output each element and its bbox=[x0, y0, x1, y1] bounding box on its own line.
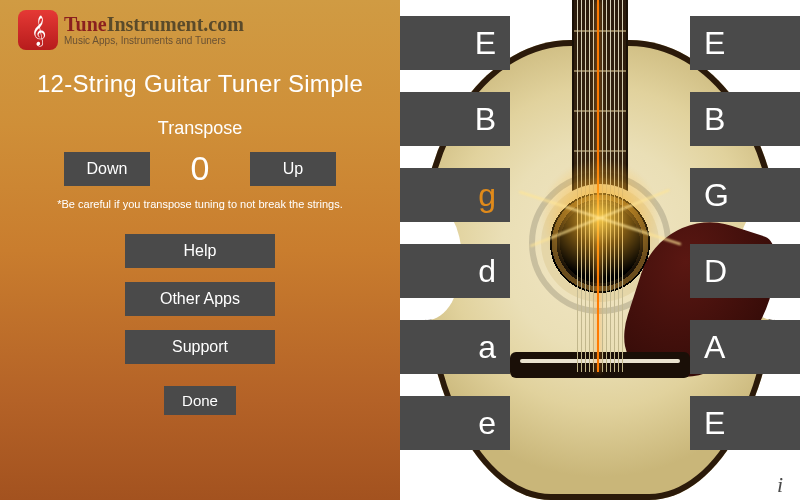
help-button[interactable]: Help bbox=[125, 234, 275, 268]
string-right-0[interactable]: E bbox=[690, 16, 800, 70]
transpose-label: Transpose bbox=[18, 118, 382, 139]
brand-name: TuneInstrument.com bbox=[64, 14, 244, 34]
done-row: Done bbox=[18, 386, 382, 415]
string-left-5[interactable]: e bbox=[400, 396, 510, 450]
string-right-1[interactable]: B bbox=[690, 92, 800, 146]
string-left-3[interactable]: d bbox=[400, 244, 510, 298]
string-right-5[interactable]: E bbox=[690, 396, 800, 450]
string bbox=[622, 0, 623, 372]
brand-tagline: Music Apps, Instruments and Tuners bbox=[64, 36, 244, 46]
app-root: 𝄞 TuneInstrument.com Music Apps, Instrum… bbox=[0, 0, 800, 500]
transpose-up-button[interactable]: Up bbox=[250, 152, 336, 186]
brand-name-tune: Tune bbox=[64, 13, 107, 35]
other-apps-button[interactable]: Other Apps bbox=[125, 282, 275, 316]
string bbox=[577, 0, 578, 372]
string bbox=[581, 0, 582, 372]
strings-group bbox=[577, 0, 623, 372]
string-right-2[interactable]: G bbox=[690, 168, 800, 222]
brand-block: 𝄞 TuneInstrument.com Music Apps, Instrum… bbox=[18, 8, 382, 58]
string bbox=[585, 0, 586, 372]
string-left-0[interactable]: E bbox=[400, 16, 510, 70]
transpose-down-button[interactable]: Down bbox=[64, 152, 150, 186]
string-right-3[interactable]: D bbox=[690, 244, 800, 298]
brand-text: TuneInstrument.com Music Apps, Instrumen… bbox=[64, 14, 244, 46]
brand-icon: 𝄞 bbox=[18, 10, 58, 50]
string-right-4[interactable]: A bbox=[690, 320, 800, 374]
brand-name-rest: Instrument.com bbox=[107, 13, 244, 35]
guitar-panel: E B g d a e E B G D A E i bbox=[400, 0, 800, 500]
done-button[interactable]: Done bbox=[164, 386, 236, 415]
string bbox=[618, 0, 619, 372]
support-button[interactable]: Support bbox=[125, 330, 275, 364]
string bbox=[602, 0, 603, 372]
string bbox=[593, 0, 594, 372]
transpose-controls: Down 0 Up bbox=[18, 149, 382, 188]
menu: Help Other Apps Support bbox=[18, 234, 382, 364]
transpose-value: 0 bbox=[180, 149, 220, 188]
string-left-1[interactable]: B bbox=[400, 92, 510, 146]
string bbox=[589, 0, 590, 372]
treble-clef-icon: 𝄞 bbox=[31, 15, 46, 46]
string-left-4[interactable]: a bbox=[400, 320, 510, 374]
string bbox=[610, 0, 611, 372]
string-active bbox=[597, 0, 599, 372]
string bbox=[606, 0, 607, 372]
string-left-2[interactable]: g bbox=[400, 168, 510, 222]
info-button[interactable]: i bbox=[768, 472, 792, 496]
transpose-warning: *Be careful if you transpose tuning to n… bbox=[18, 198, 382, 210]
page-title: 12-String Guitar Tuner Simple bbox=[18, 70, 382, 98]
string bbox=[614, 0, 615, 372]
control-panel: 𝄞 TuneInstrument.com Music Apps, Instrum… bbox=[0, 0, 400, 500]
